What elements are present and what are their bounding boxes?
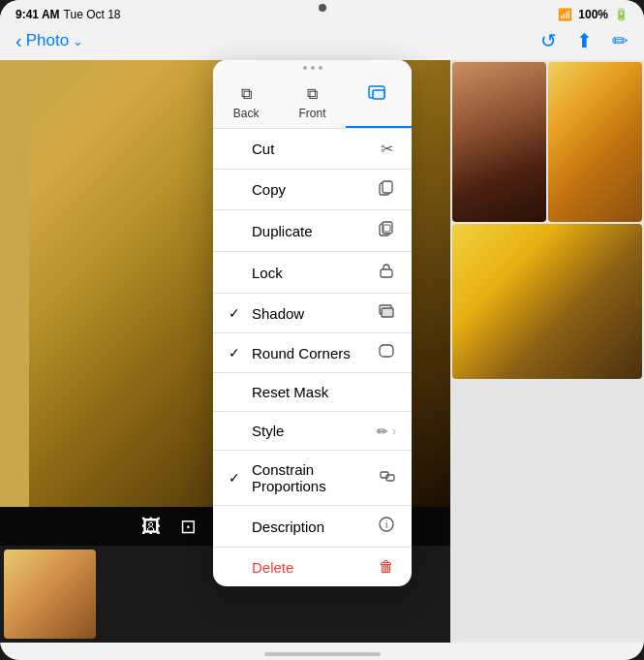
svg-rect-10 — [380, 345, 393, 357]
round-corners-icon — [377, 344, 396, 361]
back-arrow-icon: ‹ — [15, 30, 22, 52]
undo-icon[interactable]: ↺ — [540, 29, 557, 52]
style-arrow-icon: › — [392, 424, 396, 438]
status-right: 📶 100% 🔋 — [558, 8, 629, 21]
menu-tabs: ⧉ Back ⧉ Front — [213, 76, 412, 129]
battery-icon: 🔋 — [614, 8, 629, 21]
image-icon[interactable]: 🖼 — [141, 516, 161, 538]
menu-item-lock[interactable]: Lock — [213, 252, 412, 294]
constrain-check: ✓ — [229, 470, 240, 486]
camera-dot — [319, 4, 326, 12]
delete-label: Delete — [252, 559, 293, 576]
menu-item-round-corners[interactable]: ✓ Round Corners — [213, 333, 412, 373]
tab-front[interactable]: ⧉ Front — [279, 76, 345, 128]
share-icon[interactable]: ⬆ — [576, 29, 593, 52]
page-title: Photo — [26, 31, 69, 50]
front-layer-icon: ⧉ — [307, 85, 318, 103]
round-corners-label: Round Corners — [252, 345, 351, 361]
svg-rect-9 — [382, 308, 393, 317]
back-button[interactable]: ‹ Photo ⌄ — [15, 30, 83, 52]
menu-item-reset-mask[interactable]: Reset Mask — [213, 373, 412, 412]
menu-item-description[interactable]: Description i — [213, 506, 412, 548]
grid-photo-3[interactable] — [452, 224, 642, 379]
wifi-icon: 📶 — [558, 8, 572, 21]
status-time: 9:41 AM — [15, 8, 60, 21]
grid-photo-2[interactable] — [548, 62, 642, 222]
battery-text: 100% — [578, 8, 608, 21]
svg-rect-7 — [381, 269, 392, 277]
tab-front-label: Front — [298, 107, 325, 120]
lock-label: Lock — [252, 265, 283, 281]
context-menu: ⧉ Back ⧉ Front — [213, 60, 412, 586]
info-icon: i — [377, 517, 396, 536]
grid-photo-1[interactable] — [452, 62, 546, 222]
menu-item-cut[interactable]: Cut ✂ — [213, 129, 412, 170]
reset-mask-label: Reset Mask — [252, 384, 328, 400]
menu-item-style[interactable]: Style ✏ › — [213, 412, 412, 451]
copy-label: Copy — [252, 181, 286, 198]
svg-text:i: i — [385, 519, 387, 530]
shadow-icon — [377, 304, 396, 322]
menu-item-shadow[interactable]: ✓ Shadow — [213, 294, 412, 333]
svg-rect-3 — [383, 181, 392, 193]
menu-drag-handle — [213, 60, 412, 76]
ipad-frame: 9:41 AM Tue Oct 18 📶 100% 🔋 ‹ Photo ⌄ ↺ … — [0, 0, 644, 660]
status-left: 9:41 AM Tue Oct 18 — [15, 8, 121, 21]
menu-item-delete[interactable]: Delete 🗑 — [213, 548, 412, 586]
copy-menu-icon — [377, 180, 396, 199]
menu-item-duplicate[interactable]: Duplicate — [213, 210, 412, 252]
description-label: Description — [252, 519, 324, 535]
top-toolbar: ‹ Photo ⌄ ↺ ⬆ ✏ — [0, 25, 644, 60]
svg-rect-1 — [373, 90, 384, 99]
image-tab-icon — [368, 85, 389, 108]
photo-grid-row-2 — [452, 224, 642, 379]
menu-item-copy[interactable]: Copy — [213, 170, 412, 210]
tab-back[interactable]: ⧉ Back — [213, 76, 279, 128]
constrain-icon — [379, 468, 396, 487]
tab-back-label: Back — [233, 107, 260, 120]
toolbar-right: ↺ ⬆ ✏ — [540, 29, 629, 52]
photo-grid-row-1 — [452, 62, 642, 222]
thumbnail-item[interactable] — [4, 550, 96, 639]
crop-icon[interactable]: ⊡ — [180, 515, 197, 538]
home-indicator — [264, 652, 381, 656]
menu-item-constrain-proportions[interactable]: ✓ Constrain Proportions — [213, 451, 412, 506]
trash-icon: 🗑 — [377, 558, 396, 576]
status-date: Tue Oct 18 — [64, 8, 121, 21]
duplicate-icon — [377, 221, 396, 240]
shadow-check: ✓ — [229, 305, 240, 321]
photo-grid — [450, 60, 644, 643]
back-layer-icon: ⧉ — [241, 85, 252, 103]
round-corners-check: ✓ — [229, 345, 240, 361]
cut-label: Cut — [252, 141, 274, 157]
lock-icon — [377, 263, 396, 282]
shadow-label: Shadow — [252, 305, 304, 322]
duplicate-label: Duplicate — [252, 223, 313, 239]
style-label: Style — [252, 423, 284, 439]
tab-image[interactable] — [346, 76, 412, 128]
main-content: 🖼 ⊡ 👁 ⊞ 🗑 — [0, 60, 644, 643]
edit-icon[interactable]: ✏ — [612, 29, 629, 52]
pencil-icon: ✏ — [377, 424, 388, 439]
scissors-icon: ✂ — [377, 140, 396, 158]
constrain-proportions-label: Constrain Proportions — [252, 461, 379, 494]
chevron-down-icon: ⌄ — [73, 34, 83, 48]
